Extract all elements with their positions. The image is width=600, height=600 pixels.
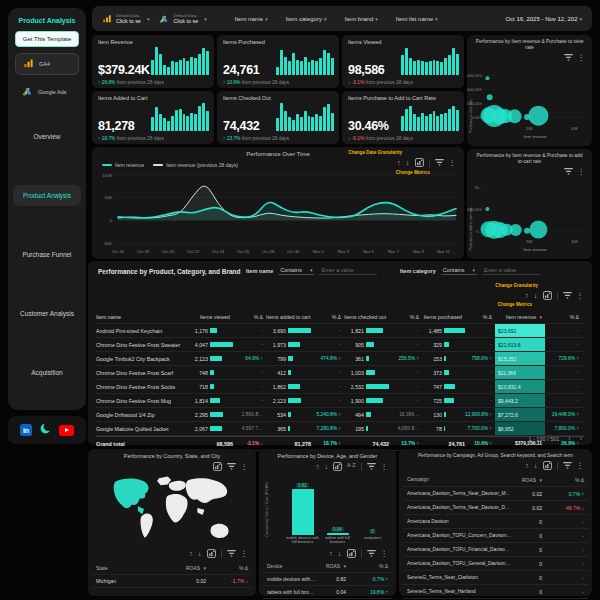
sort-ascending-icon[interactable]: ↑ (525, 292, 529, 300)
column-header-items-purchased[interactable]: Items purchased (422, 314, 465, 320)
column-header-state[interactable]: State (96, 565, 176, 571)
table-row[interactable]: Michigan0.02-1.7% ↓ (92, 575, 252, 588)
filter-icon[interactable] (435, 159, 444, 166)
filter-operator-select[interactable]: Contains ▾ (441, 266, 477, 275)
filter-item-brand[interactable]: Item brand▾ (345, 16, 378, 22)
column-header-[interactable]: % Δ (545, 314, 582, 320)
filter-item-category[interactable]: Item category▾ (286, 16, 327, 22)
item-name-filter-input[interactable] (319, 266, 377, 275)
table-row[interactable]: Chrome Dino Festive Frost Sweater4,047-1… (96, 338, 584, 352)
table-row[interactable]: Android Pint-sized Keychain1,176-3,690-1… (96, 324, 584, 338)
filter-item-name[interactable]: Item name▾ (235, 16, 268, 22)
column-header-item-name[interactable]: Item name (96, 314, 188, 320)
column-header-roas[interactable]: ROAS ▾ (176, 565, 206, 571)
table-row[interactable]: Google Malcore Quilted Jacket2,0674,597.… (96, 422, 584, 436)
data-connector-ga4[interactable]: Default DataClick to se▾ (102, 10, 149, 28)
source-ga4[interactable]: GA4 (15, 53, 79, 75)
sidebar-item-overview[interactable]: Overview (13, 126, 81, 147)
sidebar-item-purchase-funnel[interactable]: Purchase Funnel (13, 244, 81, 265)
more-options-icon[interactable]: ⋮ (241, 463, 249, 471)
filter-icon[interactable] (367, 550, 376, 557)
table-row[interactable]: Americana_Davison_Terms_Near_Davison_Des… (403, 501, 588, 515)
item-category-filter-input[interactable] (482, 266, 540, 275)
column-header-roas[interactable]: ROAS ▾ (316, 563, 346, 569)
table-row[interactable]: Americana_Davison_TOFU_Financial_Davison… (403, 543, 588, 557)
table-row[interactable]: Americana_Davison_Terms_Near_Davison_Mob… (403, 487, 588, 501)
filter-icon[interactable] (367, 463, 376, 470)
date-range-control[interactable]: Oct 16, 2025 - Nov 12, 202 ▾ (505, 16, 582, 22)
column-header-[interactable]: % Δ (465, 314, 495, 320)
more-options-icon[interactable]: ⋮ (577, 462, 585, 470)
chart-type-icon[interactable] (347, 549, 356, 558)
more-options-icon[interactable]: ⋮ (381, 550, 389, 558)
column-header-delta[interactable]: % Δ (206, 565, 248, 571)
more-options-icon[interactable]: ⋮ (578, 168, 586, 176)
get-template-button[interactable]: Get This Template (15, 31, 79, 47)
sort-ascending-icon[interactable]: ↑ (329, 550, 333, 558)
table-row[interactable]: Americana_Davison_TOFU_Concern_Davison_B… (403, 529, 588, 543)
chart-type-icon[interactable] (213, 462, 222, 471)
brand-logo-icon[interactable] (39, 421, 52, 439)
chart-type-icon[interactable] (333, 462, 342, 471)
sidebar-item-acquisition[interactable]: Acquisition (13, 362, 81, 383)
column-header-items-checked-out[interactable]: Items checked out (344, 314, 389, 320)
source-google-ads[interactable]: Google Ads (15, 81, 79, 103)
table-row[interactable]: Chrome Dino Festive Frost Mug1,814-2,123… (96, 394, 584, 408)
table-row[interactable]: tablets with full browsers0.0419.8% ↑ (263, 586, 392, 599)
map-north-america-highlighted[interactable] (114, 479, 149, 509)
table-row[interactable]: Chrome Dino Festive Frost Socks718-1,862… (96, 380, 584, 394)
sort-descending-icon[interactable]: ↓ (534, 292, 538, 300)
column-header-[interactable]: % Δ (389, 314, 422, 320)
table-row[interactable]: Americana Davison0- (403, 515, 588, 529)
column-header-roas[interactable]: ROAS ▾ (512, 477, 542, 483)
column-header-[interactable]: % Δ (233, 314, 266, 320)
chart-type-icon[interactable] (543, 291, 552, 300)
sort-ascending-icon[interactable]: ↑ (316, 463, 320, 471)
data-connector-google-ads[interactable]: Default DataClick to se▾ (159, 10, 206, 28)
filter-icon[interactable] (227, 550, 236, 557)
table-row[interactable]: Chrome Dino Festive Frost Scarf748-412-1… (96, 366, 584, 380)
sidebar-item-product-analysis[interactable]: Product Analysis (13, 185, 81, 206)
column-header-delta[interactable]: % Δ (542, 477, 584, 483)
more-options-icon[interactable]: ⋮ (578, 54, 586, 62)
sort-ascending-icon[interactable]: ↑ (189, 550, 193, 558)
sort-descending-icon[interactable]: ↓ (325, 463, 329, 471)
table-row[interactable]: mobile devices with full browsers0.820.7… (263, 573, 392, 586)
column-header-device[interactable]: Device (267, 563, 316, 569)
column-header-campaign[interactable]: Campaign (407, 477, 512, 482)
filter-icon[interactable] (227, 463, 236, 470)
filter-operator-select[interactable]: Contains ▾ (278, 266, 314, 275)
sort-descending-icon[interactable]: ↓ (198, 550, 202, 558)
filter-icon[interactable] (564, 54, 573, 61)
column-header-items-viewed[interactable]: Items viewed (188, 314, 233, 320)
table-row[interactable]: Americana_Davison_TOFU_General_Davison_B… (403, 557, 588, 571)
sort-ascending-icon[interactable]: ↑ (525, 462, 529, 470)
filter-icon[interactable] (564, 168, 573, 175)
chart-type-icon[interactable] (207, 549, 216, 558)
table-row[interactable]: Google Timbuk2 City Backpack2,12364.6% ↑… (96, 352, 584, 366)
sort-ascending-icon[interactable]: ↑ (397, 159, 401, 167)
table-row[interactable]: Google Driftwood 1/4 Zip2,2952,860.8…534… (96, 408, 584, 422)
filter-icon[interactable] (563, 462, 572, 469)
table-row[interactable]: SereneG_Terms_Near_Clarkston0- (403, 571, 588, 585)
sort-az-icon[interactable]: A·Z (347, 464, 355, 469)
linkedin-icon[interactable]: in (20, 424, 32, 436)
column-header-[interactable]: % Δ (311, 314, 344, 320)
sort-descending-icon[interactable]: ↓ (406, 159, 410, 167)
table-row[interactable]: SereneG_Terms_Near_Hartland0- (403, 585, 588, 599)
sidebar-item-customer-analysis[interactable]: Customer Analysis (13, 303, 81, 324)
more-options-icon[interactable]: ⋮ (241, 550, 249, 558)
pagination-next-button[interactable]: › (580, 435, 582, 442)
more-options-icon[interactable]: ⋮ (449, 159, 457, 167)
chart-type-icon[interactable] (543, 461, 552, 470)
column-header-item-revenue[interactable]: Item revenue ▾ (495, 314, 545, 320)
filter-item-list-name[interactable]: Item list name▾ (396, 16, 438, 22)
more-options-icon[interactable]: ⋮ (577, 292, 585, 300)
sort-descending-icon[interactable]: ↓ (534, 462, 538, 470)
pagination-prev-button[interactable]: ‹ (568, 435, 570, 442)
column-header-delta[interactable]: % Δ (346, 563, 388, 569)
column-header-items-added-to-cart[interactable]: Items added to cart (266, 314, 311, 320)
youtube-icon[interactable] (59, 425, 74, 436)
more-options-icon[interactable]: ⋮ (381, 463, 389, 471)
chart-type-icon[interactable] (415, 158, 424, 167)
